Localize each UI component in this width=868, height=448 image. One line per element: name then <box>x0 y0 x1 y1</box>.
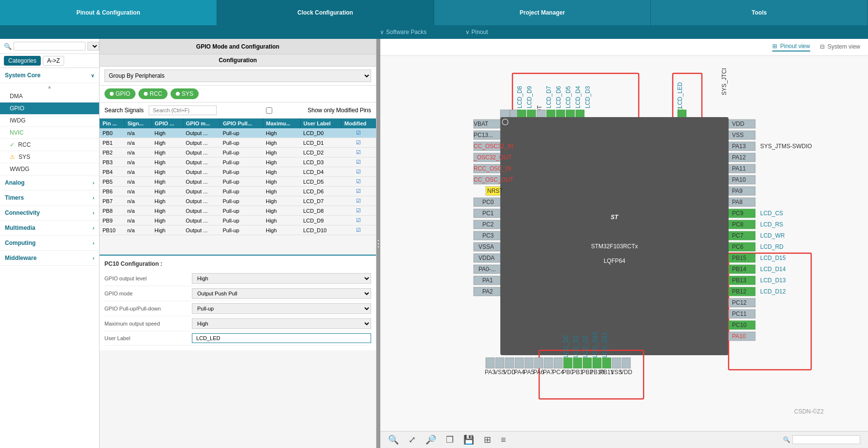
svg-text:CC_OSC_OUT: CC_OSC_OUT <box>474 176 514 183</box>
table-row[interactable]: PB5 n/a High Output ... Pull-up High LCD… <box>100 177 376 187</box>
table-header-row: Pin ... Sign... GPIO ... GPIO m... GPIO … <box>100 119 376 128</box>
sidebar-item-gpio[interactable]: GPIO <box>0 103 99 115</box>
svg-text:SYS_JTCK-S: SYS_JTCK-S <box>721 69 728 95</box>
section-connectivity-header[interactable]: Connectivity › <box>0 206 99 221</box>
tab-categories[interactable]: Categories <box>4 56 41 66</box>
section-computing-header[interactable]: Computing › <box>0 236 99 251</box>
svg-text:ST: ST <box>611 214 619 221</box>
sidebar: 🔍 ⚙ Categories A->Z System Core ∨ ▲ DMA <box>0 39 100 448</box>
svg-text:PB12: PB12 <box>732 288 747 295</box>
table-row[interactable]: PB0 n/a High Output ... Pull-up High LCD… <box>100 128 376 138</box>
save-icon[interactable]: 💾 <box>463 434 474 445</box>
split-divider[interactable]: ⋮ <box>376 39 380 448</box>
sub-nav-pinout[interactable]: ∨ Pinout <box>465 29 488 35</box>
th-gpio: GPIO ... <box>152 119 183 128</box>
group-by-select[interactable]: Group By Peripherals <box>104 69 371 82</box>
expand-icon[interactable]: ⤢ <box>408 434 416 445</box>
svg-text:PA5: PA5 <box>524 369 534 376</box>
tab-az[interactable]: A->Z <box>43 56 64 66</box>
svg-text:LCD_D1: LCD_D1 <box>572 335 579 358</box>
svg-text:PB14: PB14 <box>732 266 747 273</box>
search-signals-input[interactable] <box>149 105 217 115</box>
chevron-down-icon: ∨ <box>91 73 94 78</box>
sidebar-item-sys[interactable]: ⚠ SYS <box>0 151 99 163</box>
group-by-bar: Group By Peripherals <box>100 67 376 86</box>
section-middleware: Middleware › <box>0 251 99 266</box>
svg-rect-78 <box>525 358 533 368</box>
svg-text:VDDA: VDDA <box>478 255 494 261</box>
sidebar-item-dma[interactable]: DMA <box>0 90 99 103</box>
chevron-right-icon-3: › <box>93 210 94 216</box>
svg-text:PC10: PC10 <box>732 322 747 328</box>
bottom-toolbar: 🔍 ⤢ 🔎 ❐ 💾 ⊞ ≡ 🔍 <box>380 431 868 448</box>
table-row[interactable]: PB7 n/a High Output ... Pull-up High LCD… <box>100 196 376 206</box>
show-modified-label[interactable]: Show only Modified Pins <box>233 107 371 114</box>
config-field-select[interactable]: High <box>192 273 371 284</box>
section-connectivity: Connectivity › <box>0 206 99 221</box>
table-row[interactable]: PB4 n/a High Output ... Pull-up High LCD… <box>100 167 376 177</box>
zoom-in-icon[interactable]: 🔍 <box>388 434 399 445</box>
table-row[interactable]: PB6 n/a High Output ... Pull-up High LCD… <box>100 187 376 196</box>
sidebar-item-wwdg[interactable]: WWDG <box>0 163 99 175</box>
copy-icon[interactable]: ❐ <box>446 434 454 445</box>
show-modified-checkbox[interactable] <box>233 107 306 114</box>
section-middleware-header[interactable]: Middleware › <box>0 251 99 266</box>
section-multimedia: Multimedia › <box>0 221 99 236</box>
view-toggle-system[interactable]: ⊟ System view <box>820 43 860 51</box>
zoom-out-icon[interactable]: 🔎 <box>425 434 436 445</box>
center-panel: GPIO Mode and Configuration Configuratio… <box>100 39 376 448</box>
svg-rect-80 <box>534 358 543 368</box>
tab-btn-sys[interactable]: SYS <box>170 88 199 99</box>
sidebar-search-bar: 🔍 ⚙ <box>0 39 99 54</box>
sidebar-search-select[interactable] <box>87 42 99 51</box>
table-row[interactable]: PB8 n/a High Output ... Pull-up High LCD… <box>100 206 376 216</box>
section-analog-header[interactable]: Analog › <box>0 175 99 190</box>
sidebar-item-nvic[interactable]: NVIC <box>0 127 99 139</box>
svg-text:PC11: PC11 <box>732 310 747 317</box>
config-field-select[interactable]: Output Push Pull <box>192 288 371 299</box>
th-signal: Sign... <box>124 119 152 128</box>
svg-text:CSDN-©Z2Hao2: CSDN-©Z2Hao2 <box>794 408 823 415</box>
nav-pinout-config[interactable]: Pinout & Configuration <box>0 0 217 25</box>
chevron-right-icon-5: › <box>93 241 94 246</box>
grid-icon[interactable]: ⊞ <box>484 434 491 445</box>
nav-project-manager[interactable]: Project Manager <box>434 0 651 25</box>
table-row[interactable]: PB10 n/a High Output ... Pull-up High LC… <box>100 225 376 235</box>
search-icon-bottom: 🔍 <box>783 436 790 443</box>
pc10-config-section: PC10 Configuration : GPIO output level H… <box>100 255 376 350</box>
table-row[interactable]: PB9 n/a High Output ... Pull-up High LCD… <box>100 216 376 225</box>
user-label-input[interactable] <box>192 333 371 343</box>
sidebar-item-iwdg[interactable]: IWDG <box>0 115 99 127</box>
th-mode: GPIO m... <box>183 119 220 128</box>
list-icon[interactable]: ≡ <box>501 435 506 445</box>
sidebar-search-input[interactable] <box>14 42 85 51</box>
section-system-core-header[interactable]: System Core ∨ <box>0 68 99 83</box>
tab-btn-rcc[interactable]: RCC <box>138 88 168 99</box>
table-row[interactable]: PB1 n/a High Output ... Pull-up High LCD… <box>100 138 376 148</box>
svg-text:LCD_D8: LCD_D8 <box>516 86 523 108</box>
sub-nav-software-packs[interactable]: ∨ Software Packs <box>380 29 426 35</box>
sidebar-item-rcc[interactable]: ✓ RCC <box>0 139 99 151</box>
table-row[interactable]: PB2 n/a High Output ... Pull-up High LCD… <box>100 148 376 157</box>
section-multimedia-header[interactable]: Multimedia › <box>0 221 99 236</box>
svg-rect-82 <box>544 358 553 368</box>
svg-text:PC9: PC9 <box>732 210 744 217</box>
section-timers-header[interactable]: Timers › <box>0 190 99 206</box>
view-toggle-pinout[interactable]: ⊞ Pinout view <box>772 43 810 52</box>
tab-btn-gpio[interactable]: GPIO <box>104 88 136 99</box>
pc10-config-title: PC10 Configuration : <box>104 260 371 267</box>
svg-rect-70 <box>486 358 494 368</box>
table-row[interactable]: PB3 n/a High Output ... Pull-up High LCD… <box>100 157 376 167</box>
nav-clock-config[interactable]: Clock Configuration <box>217 0 434 25</box>
svg-text:NRST: NRST <box>487 188 503 194</box>
gpio-table-container: Pin ... Sign... GPIO ... GPIO m... GPIO … <box>100 119 376 255</box>
config-field-select[interactable]: High <box>192 318 371 329</box>
search-signals-label: Search Signals <box>104 107 144 114</box>
config-field-select[interactable]: Pull-up <box>192 303 371 314</box>
svg-text:LCD_D4: LCD_D4 <box>575 86 581 108</box>
svg-text:LCD_D2: LCD_D2 <box>582 335 589 358</box>
svg-text:LCD_D14: LCD_D14 <box>760 266 786 273</box>
th-modified: Modified <box>341 119 376 128</box>
nav-tools[interactable]: Tools <box>651 0 868 25</box>
bottom-search-input[interactable] <box>792 435 860 444</box>
